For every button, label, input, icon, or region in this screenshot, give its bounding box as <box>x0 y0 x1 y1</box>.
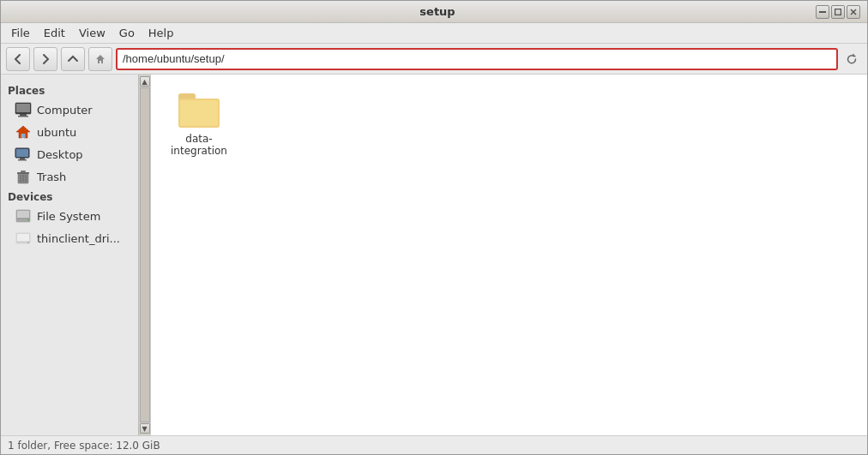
close-button[interactable] <box>847 5 860 19</box>
sidebar-item-ubuntu[interactable]: ubuntu <box>1 121 138 143</box>
title-bar: setup <box>1 1 867 23</box>
trash-icon <box>15 168 32 185</box>
back-button[interactable] <box>6 47 30 71</box>
svg-rect-10 <box>16 149 28 157</box>
home-icon <box>15 123 32 141</box>
scrollbar-down-button[interactable]: ▼ <box>140 423 150 434</box>
forward-button[interactable] <box>33 47 57 71</box>
svg-rect-15 <box>21 171 26 172</box>
address-bar-container <box>116 48 862 70</box>
sidebar-item-computer[interactable]: Computer <box>1 99 138 121</box>
svg-rect-5 <box>16 104 30 112</box>
maximize-button[interactable] <box>831 5 845 19</box>
window-controls <box>816 5 860 19</box>
home-button[interactable] <box>88 47 112 71</box>
sidebar-item-filesystem-label: File System <box>37 210 100 223</box>
computer-icon <box>15 101 32 118</box>
sidebar-wrapper: Places Computer <box>1 75 151 435</box>
menu-go[interactable]: Go <box>112 25 142 41</box>
sidebar-item-trash[interactable]: Trash <box>1 165 138 188</box>
status-text: 1 folder, Free space: 12.0 GiB <box>8 440 160 452</box>
sidebar-item-thinclient-label: thinclient_dri... <box>37 232 120 245</box>
sidebar-item-computer-label: Computer <box>37 104 93 117</box>
content-area: Places Computer <box>1 75 867 435</box>
refresh-button[interactable] <box>841 49 862 69</box>
menu-help[interactable]: Help <box>142 25 181 41</box>
sidebar-item-filesystem[interactable]: File System <box>1 205 138 227</box>
svg-rect-0 <box>819 11 826 13</box>
places-header: Places <box>1 81 138 99</box>
file-manager-window: setup File Edit View Go Help <box>0 0 868 455</box>
up-button[interactable] <box>61 47 85 71</box>
file-area: data-integration <box>151 75 867 435</box>
toolbar <box>1 44 867 75</box>
menu-edit[interactable]: Edit <box>37 25 72 41</box>
sidebar: Places Computer <box>1 75 138 435</box>
svg-rect-21 <box>17 219 29 219</box>
drive-icon <box>15 230 32 247</box>
files-grid: data-integration <box>165 88 853 422</box>
file-item-data-integration[interactable]: data-integration <box>165 88 233 162</box>
svg-point-22 <box>27 219 29 221</box>
svg-rect-14 <box>17 172 29 174</box>
svg-rect-8 <box>21 134 26 138</box>
svg-rect-7 <box>18 116 28 117</box>
sidebar-item-desktop-label: Desktop <box>37 148 83 161</box>
svg-rect-20 <box>17 211 29 218</box>
window-title: setup <box>59 5 816 18</box>
address-bar[interactable] <box>116 48 838 70</box>
menu-view[interactable]: View <box>72 25 112 41</box>
svg-rect-12 <box>18 159 27 161</box>
folder-icon <box>178 93 220 129</box>
scrollbar-track[interactable] <box>140 87 150 422</box>
minimize-button[interactable] <box>816 5 829 19</box>
svg-rect-6 <box>20 114 27 116</box>
scrollbar-up-button[interactable]: ▲ <box>140 76 150 87</box>
svg-rect-24 <box>17 234 29 241</box>
sidebar-item-thinclient[interactable]: thinclient_dri... <box>1 227 138 249</box>
status-bar: 1 folder, Free space: 12.0 GiB <box>1 435 867 454</box>
filesystem-icon <box>15 207 32 225</box>
svg-rect-25 <box>17 242 29 242</box>
sidebar-item-desktop[interactable]: Desktop <box>1 143 138 165</box>
svg-point-26 <box>27 242 29 243</box>
sidebar-scrollbar: ▲ ▼ <box>138 75 150 435</box>
menu-bar: File Edit View Go Help <box>1 23 867 44</box>
desktop-icon <box>15 146 32 163</box>
sidebar-item-trash-label: Trash <box>37 171 66 183</box>
menu-file[interactable]: File <box>4 25 37 41</box>
file-item-label: data-integration <box>170 133 228 157</box>
svg-rect-1 <box>835 9 841 15</box>
devices-header: Devices <box>1 188 138 205</box>
sidebar-item-ubuntu-label: ubuntu <box>37 126 76 139</box>
svg-rect-11 <box>20 158 25 159</box>
